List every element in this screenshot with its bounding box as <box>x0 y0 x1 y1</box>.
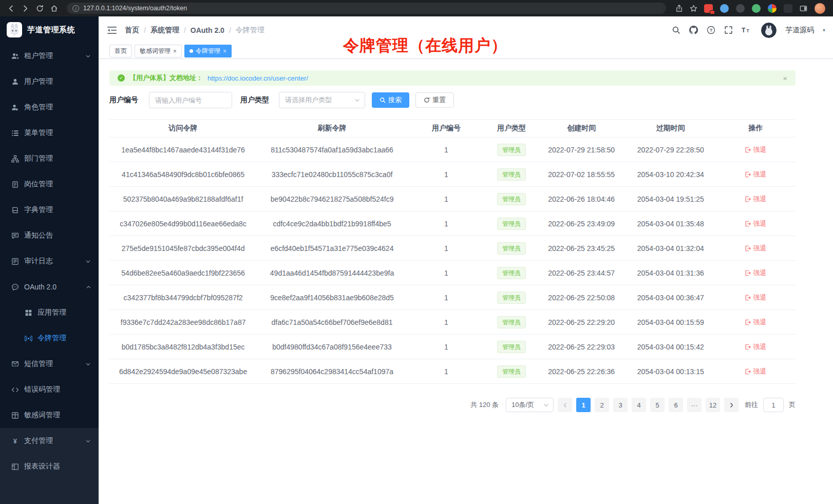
user-type-cell: 管理员 <box>485 138 538 162</box>
force-logout-icon <box>745 344 751 350</box>
extension-icon-gray[interactable] <box>784 4 792 13</box>
sidebar-item[interactable]: ¥ 支付管理 <box>0 428 99 454</box>
sidebar-item[interactable]: 错误码管理 <box>0 377 99 402</box>
access-token-cell: c342377bf8b344799dcbf7bf095287f2 <box>109 285 257 310</box>
force-logout-icon <box>745 369 751 375</box>
pagination-prev-button[interactable] <box>558 398 572 412</box>
pagination-next-button[interactable] <box>724 398 739 412</box>
sidebar-item[interactable]: 应用管理 <box>0 300 99 325</box>
browser-back-icon[interactable] <box>4 2 17 14</box>
sidebar-item[interactable]: OAuth 2.0 <box>0 274 99 300</box>
search-button[interactable]: 搜索 <box>372 92 409 108</box>
filter-bar: 用户编号 用户类型 请选择用户类型 搜索 重置 <box>109 92 796 108</box>
sidebar-item[interactable]: 令牌管理 <box>0 325 99 351</box>
sidebar-item[interactable]: 用户管理 <box>0 69 99 94</box>
sidebar-item[interactable]: 角色管理 <box>0 94 99 120</box>
extension-icon-blue[interactable] <box>720 4 729 13</box>
split-view-icon[interactable] <box>797 2 810 14</box>
sidebar-item[interactable]: 通知公告 <box>0 223 99 248</box>
force-logout-button[interactable]: 强退 <box>745 219 766 228</box>
breadcrumb-item[interactable]: OAuth 2.0 <box>191 26 224 34</box>
sidebar-item[interactable]: 菜单管理 <box>0 120 99 146</box>
sidebar-item[interactable]: 报表设计器 <box>0 454 99 479</box>
column-header: 用户编号 <box>407 120 485 138</box>
user-type-select[interactable]: 请选择用户类型 <box>279 92 365 108</box>
force-logout-button[interactable]: 强退 <box>745 342 766 352</box>
tab-close-icon[interactable]: × <box>223 48 226 54</box>
doc-link[interactable]: https://doc.iocoder.cn/user-center/ <box>207 74 308 82</box>
force-logout-button[interactable]: 强退 <box>745 244 766 253</box>
user-id-cell: 1 <box>407 138 485 162</box>
browser-reload-icon[interactable] <box>33 2 46 14</box>
sensitive-word-icon <box>11 411 19 419</box>
username[interactable]: 芋道源码 <box>785 26 814 35</box>
force-logout-icon <box>745 196 751 202</box>
pagination-page[interactable]: 5 <box>650 398 665 412</box>
sidebar-item[interactable]: 岗位管理 <box>0 171 99 197</box>
goto-page-input[interactable] <box>763 398 784 412</box>
fullscreen-icon[interactable] <box>724 26 733 34</box>
browser-forward-icon[interactable] <box>18 2 32 14</box>
help-icon[interactable]: ? <box>707 26 715 34</box>
sidebar-item[interactable]: 字典管理 <box>0 197 99 223</box>
browser-profile-avatar[interactable] <box>815 3 825 14</box>
pagination-page[interactable]: 3 <box>613 398 628 412</box>
sidebar-item[interactable]: 敏感词管理 <box>0 402 99 428</box>
force-logout-button[interactable]: 强退 <box>745 318 766 327</box>
site-info-icon[interactable]: i <box>72 5 79 12</box>
force-logout-button[interactable]: 强退 <box>745 293 766 302</box>
reset-button[interactable]: 重置 <box>415 92 454 108</box>
sidebar-item[interactable]: 部门管理 <box>0 146 99 171</box>
extension-icon-dark[interactable] <box>736 4 745 13</box>
search-icon[interactable] <box>672 26 680 34</box>
share-icon[interactable] <box>672 2 686 14</box>
chevron-down-icon <box>85 53 91 59</box>
force-logout-label: 强退 <box>753 170 766 179</box>
tab-close-icon[interactable]: × <box>173 48 177 54</box>
force-logout-button[interactable]: 强退 <box>745 170 766 179</box>
sidebar-collapse-icon[interactable] <box>107 26 117 34</box>
dictionary-icon <box>11 206 19 214</box>
user-avatar[interactable] <box>761 23 777 38</box>
refresh-token-cell: 333ecfc71e02480cb11055c875c3ca0f <box>257 162 407 187</box>
user-menu-caret-icon[interactable]: ▾ <box>823 27 825 33</box>
app-title: 芋道管理系统 <box>27 25 75 35</box>
token-icon <box>24 334 32 342</box>
github-icon[interactable] <box>689 26 698 34</box>
pagination-page[interactable]: 4 <box>632 398 646 412</box>
expire-time-cell: 2054-03-04 00:13:15 <box>626 359 716 384</box>
breadcrumb-item[interactable]: 系统管理 <box>150 26 179 35</box>
sidebar-item[interactable]: 短信管理 <box>0 351 99 377</box>
bookmark-star-icon[interactable] <box>687 2 700 14</box>
font-size-icon[interactable]: TT <box>742 26 750 34</box>
sidebar-item[interactable]: 租户管理 <box>0 43 99 69</box>
pagination-page[interactable]: 12 <box>706 398 720 412</box>
force-logout-button[interactable]: 强退 <box>745 367 766 376</box>
alert-close-icon[interactable]: × <box>783 74 787 82</box>
tab[interactable]: 令牌管理 × <box>184 45 232 57</box>
breadcrumb-item[interactable]: 首页 <box>125 26 139 35</box>
user-id-input[interactable] <box>149 92 232 108</box>
pagination-more[interactable]: ··· <box>687 398 702 412</box>
force-logout-button[interactable]: 强退 <box>745 195 766 204</box>
force-logout-button[interactable]: 强退 <box>745 145 766 154</box>
tab[interactable]: 敏感词管理 × <box>135 45 182 57</box>
extension-icon-green[interactable] <box>752 4 761 13</box>
extension-icon-multicolor[interactable] <box>768 4 777 13</box>
address-bar[interactable]: i 127.0.0.1:1024/system/oauth2/token <box>67 3 666 14</box>
force-logout-button[interactable]: 强退 <box>745 268 766 278</box>
sidebar-item[interactable]: 审计日志 <box>0 248 99 274</box>
browser-home-icon[interactable] <box>47 2 61 14</box>
extension-icon-red[interactable] <box>704 4 713 13</box>
pagination-page[interactable]: 1 <box>576 398 591 412</box>
annotation-text: 令牌管理（在线用户） <box>343 35 507 56</box>
sidebar-item-label: 菜单管理 <box>24 128 91 138</box>
table-row: c342377bf8b344799dcbf7bf095287f2 9ce8ef2… <box>109 285 796 310</box>
pagination-page[interactable]: 2 <box>595 398 609 412</box>
tab[interactable]: 首页 <box>109 45 132 57</box>
user-type-cell: 管理员 <box>485 335 538 359</box>
pagination-page[interactable]: 6 <box>669 398 683 412</box>
table-row: c347026e805e4d99b0d116eae66eda8c cdfc4ce… <box>109 211 796 236</box>
refresh-token-cell: b0df4980ffd34c67a08f9156e4eee733 <box>257 335 407 359</box>
page-size-select[interactable]: 10条/页 <box>506 398 554 412</box>
